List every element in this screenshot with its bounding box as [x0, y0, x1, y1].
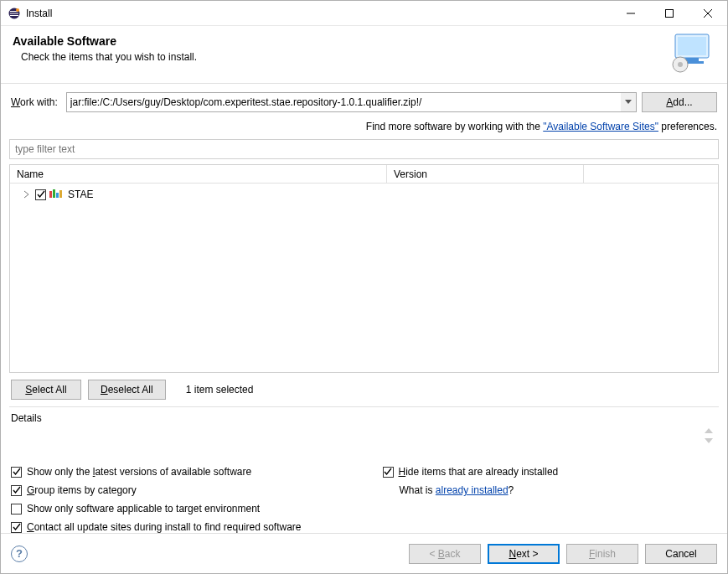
svg-rect-9: [49, 191, 52, 198]
option-label: Show only software applicable to target …: [27, 503, 260, 515]
what-is-installed: What is already installed?: [383, 484, 720, 496]
dialog-body: Work with: Add... Find more software by …: [1, 84, 727, 533]
minimize-button[interactable]: [612, 1, 650, 26]
find-more-text: Find more software by working with the "…: [9, 116, 719, 139]
chevron-right-icon[interactable]: [22, 190, 32, 199]
option-applicable[interactable]: Show only software applicable to target …: [11, 503, 348, 515]
details-group: Details: [9, 412, 719, 458]
page-subtitle: Check the items that you wish to install…: [13, 51, 197, 63]
next-button[interactable]: Next >: [488, 544, 560, 564]
svg-point-1: [16, 8, 19, 12]
finish-button[interactable]: Finish: [566, 544, 638, 564]
close-button[interactable]: [689, 1, 727, 26]
svg-rect-10: [53, 189, 55, 198]
eclipse-icon: [8, 7, 21, 20]
select-all-button[interactable]: Select All: [11, 380, 81, 400]
checkbox-unchecked-icon[interactable]: [11, 504, 22, 515]
work-with-row: Work with: Add...: [9, 92, 719, 112]
option-label: Contact all update sites during install …: [27, 521, 302, 533]
already-installed-link[interactable]: already installed: [436, 484, 509, 496]
option-hide-installed[interactable]: Hide items that are already installed: [383, 466, 720, 478]
option-label: Show only the latest versions of availab…: [27, 466, 251, 478]
tree-body: STAE: [10, 184, 718, 372]
titlebar: Install: [1, 1, 727, 26]
window-title: Install: [26, 8, 52, 19]
deselect-all-button[interactable]: Deselect All: [88, 380, 166, 400]
checkbox-checked-icon[interactable]: [11, 467, 22, 478]
option-label: Group items by category: [27, 484, 137, 496]
install-dialog: Install Available Software Check the ite…: [0, 0, 728, 574]
details-text[interactable]: [9, 424, 719, 458]
install-graphic-icon: [669, 33, 715, 73]
tree-item-label: STAE: [66, 189, 93, 200]
work-with-label: Work with:: [11, 96, 61, 108]
details-legend: Details: [9, 412, 719, 424]
options-area: Show only the latest versions of availab…: [9, 466, 719, 533]
tree-item-checkbox[interactable]: [35, 189, 46, 200]
tree-header: Name Version: [10, 165, 718, 184]
work-with-combo[interactable]: [66, 92, 637, 112]
svg-rect-5: [685, 58, 699, 61]
separator: [9, 406, 719, 407]
svg-rect-2: [666, 9, 674, 17]
chevron-down-icon[interactable]: [621, 93, 636, 111]
selection-count: 1 item selected: [186, 384, 254, 396]
details-spinner[interactable]: [705, 428, 716, 443]
checkbox-checked-icon[interactable]: [11, 522, 22, 533]
cancel-button[interactable]: Cancel: [645, 544, 717, 564]
svg-rect-4: [678, 37, 706, 55]
checkbox-checked-icon[interactable]: [11, 485, 22, 496]
page-title: Available Software: [13, 34, 197, 48]
option-show-latest[interactable]: Show only the latest versions of availab…: [11, 466, 348, 478]
svg-point-8: [678, 62, 683, 67]
column-spacer: [584, 165, 718, 183]
help-button[interactable]: ?: [11, 546, 28, 562]
option-label: Hide items that are already installed: [399, 466, 559, 478]
checkbox-checked-icon[interactable]: [383, 467, 394, 478]
back-button[interactable]: < Back: [409, 544, 481, 564]
add-button[interactable]: Add...: [642, 92, 717, 112]
column-name[interactable]: Name: [10, 165, 387, 183]
software-tree[interactable]: Name Version: [9, 164, 719, 373]
column-version[interactable]: Version: [387, 165, 584, 183]
category-icon: [49, 189, 63, 199]
work-with-input[interactable]: [66, 92, 637, 112]
available-sites-link[interactable]: "Available Software Sites": [543, 121, 658, 132]
svg-rect-12: [59, 190, 62, 198]
option-contact-sites[interactable]: Contact all update sites during install …: [11, 521, 348, 533]
wizard-header: Available Software Check the items that …: [1, 26, 727, 84]
selection-row: Select All Deselect All 1 item selected: [9, 373, 719, 406]
filter-input[interactable]: [9, 139, 719, 159]
maximize-button[interactable]: [650, 1, 689, 26]
wizard-footer: ? < Back Next > Finish Cancel: [1, 533, 727, 573]
svg-rect-11: [56, 193, 59, 198]
tree-item-stae[interactable]: STAE: [15, 187, 713, 202]
option-group-category[interactable]: Group items by category: [11, 484, 348, 496]
